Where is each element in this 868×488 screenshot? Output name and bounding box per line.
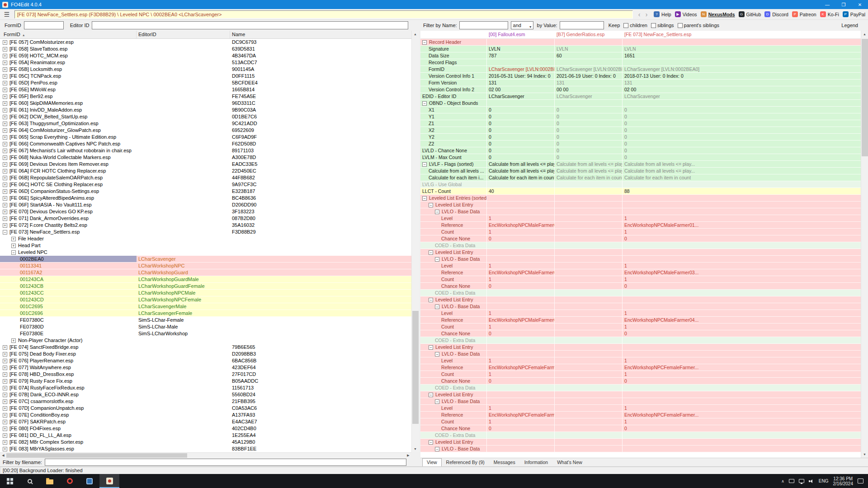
expand-icon[interactable]: + [3, 94, 7, 99]
collapse-icon[interactable]: − [435, 210, 439, 214]
record-value-cell[interactable]: EncWorkshopNPCMaleFarmer01... [623, 222, 861, 228]
record-row[interactable]: ReferenceEncWorkshopNPCMaleFarmer03...En… [420, 269, 861, 276]
tree-row[interactable]: +[FE 06C] HOTC SE Clothing Replacer.esp9… [0, 181, 411, 188]
filter-checkbox-siblings[interactable]: siblings [651, 23, 674, 28]
column-header-editorid[interactable]: EditorID [137, 31, 230, 38]
record-row[interactable]: Count11 [420, 276, 861, 283]
record-value-cell[interactable]: Calculate for each item in count [487, 174, 555, 181]
record-row[interactable]: Form Version131131131 [420, 80, 861, 86]
tree-vertical-scrollbar[interactable]: ▲ ▼ [411, 31, 419, 452]
taskbar-app-red[interactable] [60, 474, 80, 488]
record-row[interactable]: Chance None00 [420, 425, 861, 432]
collapse-icon[interactable]: − [435, 352, 439, 357]
record-value-cell[interactable]: 0 [623, 283, 861, 289]
record-row[interactable]: ReferenceEncWorkshopNPCFemaleFarmer...En… [420, 364, 861, 371]
tree-hscrollbar-thumb[interactable] [6, 453, 187, 458]
record-value-cell[interactable]: 02 00 [487, 86, 555, 93]
record-value-cell[interactable]: Calculate from all levels <= play... [623, 161, 861, 167]
record-value-cell[interactable]: LCharScavenger [LVLN:0002BEA0] [555, 66, 623, 72]
record-row[interactable]: −LVLO - Base Data [420, 446, 861, 452]
expand-icon[interactable]: + [3, 169, 7, 174]
record-value-cell[interactable]: 1 [487, 215, 555, 221]
record-row[interactable]: −LVLO - Base Data [420, 351, 861, 357]
record-value-cell[interactable] [623, 398, 861, 404]
record-row[interactable]: LLCT - Count4088 [420, 188, 861, 195]
record-value-cell[interactable]: 0 [623, 378, 861, 384]
record-row[interactable]: Z1000 [420, 120, 861, 127]
record-value-cell[interactable] [487, 446, 555, 452]
record-value-cell[interactable] [487, 344, 555, 350]
collapse-icon[interactable]: − [3, 230, 7, 235]
expand-icon[interactable]: + [3, 54, 7, 58]
tree-row[interactable]: +[FE 05E] MWoW.esp1665B814 [0, 86, 411, 93]
record-column-fallout4[interactable]: [00] Fallout4.esm [487, 31, 555, 38]
tree-row[interactable]: +[FE 062] DCW_Belted_StartUp.esp0D1BE7C6 [0, 113, 411, 120]
record-value-cell[interactable] [555, 398, 623, 404]
toolbar-link-videos[interactable]: ▶Videos [675, 11, 697, 17]
record-value-cell[interactable] [487, 208, 555, 215]
tree-row[interactable]: +[FE 080] FO4Fixes.esp402CD4B0 [0, 425, 411, 432]
tree-row[interactable]: +[FE 077] WaitAnywhere.esp423DEF64 [0, 364, 411, 371]
tree-row[interactable]: +[FE 05B] Locksmith.esp9001145A [0, 66, 411, 73]
record-row[interactable]: X2000 [420, 127, 861, 134]
record-value-cell[interactable]: 00 00 [555, 86, 623, 93]
record-value-cell[interactable] [623, 337, 861, 343]
record-value-cell[interactable]: 1 [623, 263, 861, 269]
record-value-cell[interactable]: 0 [487, 120, 555, 127]
record-value-cell[interactable] [555, 208, 623, 215]
record-value-cell[interactable]: EncWorkshopNPCFemaleFarmer... [623, 412, 861, 418]
tree-row[interactable]: FE07380CSimS-LChar-Female [0, 317, 411, 324]
record-value-cell[interactable]: LCharScavenger [623, 93, 861, 99]
tree-row[interactable]: −[FE 073] NewFace_Settlers.espF3D88B29 [0, 229, 411, 235]
column-header-name[interactable]: Name [230, 31, 411, 38]
record-value-cell[interactable] [487, 249, 555, 255]
record-row[interactable]: FormIDLCharScavenger [LVLN:0002BEA0]LCha… [420, 66, 861, 73]
record-value-cell[interactable]: 0 [623, 147, 861, 154]
tree-row[interactable]: +[FE 064] ComMoisturizer_GlowPatch.esp69… [0, 127, 411, 134]
record-value-cell[interactable] [555, 222, 623, 228]
record-value-cell[interactable]: 0 [487, 235, 555, 242]
record-value-cell[interactable]: 0 [555, 107, 623, 113]
record-value-cell[interactable] [555, 364, 623, 371]
record-row[interactable]: Chance None00 [420, 283, 861, 290]
record-row[interactable]: Calculate from all levels ...Calculate f… [420, 168, 861, 174]
record-value-cell[interactable]: 0 [555, 120, 623, 127]
record-value-cell[interactable]: 1 [487, 405, 555, 411]
record-value-cell[interactable]: LVLN [487, 46, 555, 52]
tree-row[interactable]: +[FE 059] HOTC_MCM.esp4B3467DA [0, 52, 411, 59]
record-value-cell[interactable]: 0 [623, 107, 861, 113]
record-value-cell[interactable]: 2018-07-13 User: 0 Index: 0 [623, 73, 861, 79]
taskbar-clock[interactable]: 12:36 PM 2/16/2024 [833, 476, 854, 486]
expand-icon[interactable]: + [3, 128, 7, 133]
tray-chevron-up-icon[interactable]: ∧ [781, 479, 784, 483]
editorid-input[interactable] [92, 21, 408, 29]
record-row[interactable]: ReferenceEncWorkshopNPCMaleFarmer04...En… [420, 317, 861, 324]
record-value-cell[interactable] [623, 385, 861, 391]
collapse-icon[interactable]: − [422, 196, 427, 201]
tree-row[interactable]: 0002BEA0LCharScavenger [0, 256, 411, 263]
menu-icon[interactable]: ☰ [2, 11, 12, 18]
tree-row[interactable]: +[FE 06F] StartASIA - No Vault111.espD20… [0, 202, 411, 208]
expand-icon[interactable]: + [3, 210, 7, 214]
expand-icon[interactable]: + [3, 183, 7, 187]
collapse-icon[interactable]: − [435, 257, 439, 262]
record-value-cell[interactable]: 1 [487, 310, 555, 316]
tree-scrollbar-thumb[interactable] [412, 311, 419, 424]
tab-information[interactable]: Information [520, 458, 553, 466]
collapse-icon[interactable]: − [435, 399, 439, 404]
record-value-cell[interactable]: 131 [487, 80, 555, 86]
record-value-cell[interactable] [555, 256, 623, 262]
expand-icon[interactable]: + [3, 115, 7, 119]
record-value-cell[interactable] [623, 195, 861, 201]
expand-icon[interactable]: + [3, 352, 7, 357]
record-row[interactable]: Level11 [420, 215, 861, 222]
record-value-cell[interactable]: LCharScavenger [555, 93, 623, 99]
language-indicator[interactable]: ENG [819, 479, 829, 483]
record-value-cell[interactable]: 131 [623, 80, 861, 86]
record-vertical-scrollbar[interactable]: ▲ ▼ [861, 31, 868, 458]
record-value-cell[interactable] [555, 303, 623, 310]
tree-row[interactable]: +[FE 06D] CompanionStatus-Settings.espE3… [0, 188, 411, 195]
record-value-cell[interactable] [487, 39, 555, 45]
record-row[interactable]: −Leveled List Entry [420, 391, 861, 398]
record-value-cell[interactable]: 0 [623, 120, 861, 127]
